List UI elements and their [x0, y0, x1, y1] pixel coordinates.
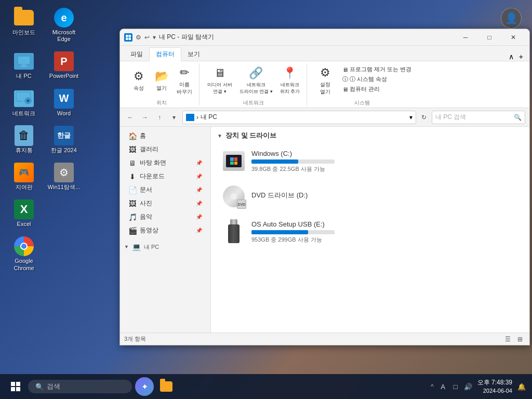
ribbon-expand-button[interactable]: +	[517, 52, 525, 61]
drive-item-e[interactable]: OS Auto Setup USB (E:) 953GB 중 299GB 사용 …	[217, 216, 523, 247]
ribbon-media-server-button[interactable]: 🖥 미디어 서버연결 ▾	[205, 63, 235, 98]
program-remove-text: 프로그램 제거 또는 변경	[350, 65, 411, 73]
keyboard-icon[interactable]: A	[439, 382, 447, 391]
d-drive-icon-container: DVD	[221, 184, 246, 209]
ribbon-network-drive-button[interactable]: 🔗 네트워크드라이브 연결 ▾	[237, 63, 275, 98]
sidebar-item-gallery[interactable]: 🖼 갤러리	[122, 143, 208, 156]
up-button[interactable]: ↑	[153, 111, 166, 124]
taskbar-clock[interactable]: 오후 7:48:39 2024-06-04	[477, 378, 512, 395]
sidebar-label-videos: 동영상	[140, 226, 158, 235]
desktop-icon-word[interactable]: W Word	[45, 86, 83, 119]
status-item-count: 3개 항목	[124, 335, 146, 343]
sidebar-item-desktop[interactable]: 🖥 바탕 화면 📌	[122, 156, 208, 169]
tab-view[interactable]: 보기	[181, 48, 206, 61]
search-icon: 🔍	[514, 114, 522, 121]
copilot-button[interactable]: ✦	[135, 377, 154, 396]
toolbar-dropdown-icon[interactable]: ▾	[153, 34, 156, 41]
desktop-icon-excel[interactable]: X Excel	[5, 197, 43, 230]
desktop-icon-chrome[interactable]: Google Chrome	[5, 234, 43, 273]
taskbar-arrow-up[interactable]: ^	[431, 383, 434, 390]
desktop-icon-network[interactable]: 네트워크	[5, 86, 43, 119]
sidebar-item-downloads[interactable]: ⬇ 다운로드 📌	[122, 170, 208, 183]
c-progress-container	[251, 159, 335, 164]
sidebar-section-mypc[interactable]: ▼ 💻 내 PC	[120, 242, 210, 252]
tab-computer[interactable]: 컴퓨터	[149, 47, 181, 61]
sidebar-item-videos[interactable]: 🎬 동영상 📌	[122, 224, 208, 237]
desktop-icon-maindboard[interactable]: 마인보드	[5, 5, 43, 45]
sidebar-item-documents[interactable]: 📄 문서 📌	[122, 183, 208, 196]
minimize-button[interactable]: ─	[454, 29, 477, 46]
drive-item-d[interactable]: DVD DVD 드라이브 (D:)	[217, 181, 523, 212]
refresh-button[interactable]: ↻	[418, 111, 430, 124]
tab-file[interactable]: 파일	[124, 48, 149, 61]
desktop-icon-recycle[interactable]: 🗑 휴지통	[5, 123, 43, 156]
sidebar-label-documents: 문서	[140, 185, 152, 194]
window-title: 내 PC - 파일 탐색기	[159, 33, 454, 42]
close-button[interactable]: ✕	[501, 29, 525, 46]
toolbar-properties-icon[interactable]: ⚙	[136, 34, 141, 41]
address-bar[interactable]: › 내 PC ▾	[182, 111, 416, 124]
back-button[interactable]: ←	[124, 111, 137, 124]
toolbar-undo-icon[interactable]: ↩	[144, 34, 150, 41]
taskbar-files-button[interactable]	[157, 377, 176, 396]
view-list-button[interactable]: ☰	[502, 334, 513, 344]
desktop-icon-hwp[interactable]: 한글 한글 2024	[45, 123, 83, 156]
hdd-icon-c	[223, 151, 245, 171]
downloads-pin-icon: 📌	[196, 174, 202, 179]
ribbon-settings-button[interactable]: ⚙ 설정열기	[312, 63, 338, 98]
taskbar-search-bar[interactable]: 🔍 검색	[28, 380, 132, 393]
drive-item-c[interactable]: Windows (C:) 39.8GB 중 22.5GB 사용 가능	[217, 145, 523, 177]
ribbon-network-buttons: 🖥 미디어 서버연결 ▾ 🔗 네트워크드라이브 연결 ▾ 📍 네트워크위치 추가	[205, 63, 302, 98]
title-bar-left: ⚙ ↩ ▾ 내 PC - 파일 탐색기	[124, 33, 454, 42]
desktop-icon-edge[interactable]: e Microsoft Edge	[45, 5, 83, 45]
desktop-icon-jieofan[interactable]: 🎮 지여판	[5, 160, 43, 193]
ribbon-open-button[interactable]: 📂 열기	[151, 63, 172, 98]
hwp-icon: 한글	[54, 126, 74, 145]
win-tile-3	[230, 162, 234, 165]
desktop-pin-icon: 📌	[196, 160, 202, 166]
sidebar-item-music[interactable]: 🎵 음악 📌	[122, 210, 208, 223]
recent-button[interactable]: ▾	[168, 111, 180, 124]
ribbon-settings-label: 설정열기	[320, 81, 330, 96]
desktop-icon-area: 마인보드 e Microsoft Edge 내 PC	[5, 5, 83, 274]
maximize-button[interactable]: □	[477, 29, 501, 46]
ribbon-system-buttons: ⚙ 설정열기 🖥 프로그램 제거 또는 변경 ⓘ ⓘ 시스템 속성	[312, 63, 411, 98]
ribbon-properties-button[interactable]: ⚙ 속성	[128, 63, 149, 98]
ribbon-network-location-button[interactable]: 📍 네트워크위치 추가	[277, 63, 303, 98]
forward-button[interactable]: →	[139, 111, 151, 124]
ribbon-group-title-system: 시스템	[312, 98, 411, 107]
e-drive-name: OS Auto Setup USB (E:)	[251, 220, 519, 228]
recycle-icon: 🗑	[15, 125, 33, 146]
svg-rect-8	[126, 35, 128, 37]
dvd-icon: DVD	[222, 185, 245, 208]
usb-body	[228, 224, 240, 243]
mypc-collapse-arrow: ▼	[124, 244, 129, 249]
desktop-icon-powerpoint[interactable]: P PowerPoint	[45, 49, 83, 82]
desktop-icon-mypc[interactable]: 내 PC	[5, 49, 43, 82]
title-bar: ⚙ ↩ ▾ 내 PC - 파일 탐색기 ─ □ ✕	[120, 29, 529, 46]
sidebar-item-home[interactable]: 🏠 홈	[122, 129, 208, 142]
documents-icon: 📄	[128, 186, 137, 194]
ribbon-collapse-button[interactable]: ∧	[507, 52, 516, 61]
ribbon-system-properties[interactable]: ⓘ ⓘ 시스템 속성	[342, 75, 411, 83]
section-header-devices[interactable]: ▼ 장치 및 드라이브	[217, 131, 523, 140]
pc-icon	[14, 53, 34, 70]
search-bar[interactable]: 내 PC 검색 🔍	[432, 111, 525, 124]
ribbon-rename-button[interactable]: ✏ 이름바꾸기	[174, 63, 195, 98]
volume-icon[interactable]: 🔊	[464, 382, 472, 391]
ribbon-computer-management[interactable]: 🖥 컴퓨터 관리	[342, 85, 411, 93]
user-icon[interactable]: 👤	[501, 8, 522, 29]
sidebar-item-pictures[interactable]: 🖼 사진 📌	[122, 197, 208, 210]
e-progress-container	[251, 230, 335, 234]
start-button[interactable]	[6, 377, 25, 396]
notification-icon[interactable]: 🔔	[517, 382, 526, 391]
c-progress-bar	[251, 159, 298, 164]
desktop-icon-win11[interactable]: ⚙ Win11탐색...	[45, 160, 83, 193]
sidebar: 🏠 홈 🖼 갤러리 🖥 바탕 화면 📌 ⬇ 다운로드 📌 📄 문서 📌	[120, 127, 211, 332]
rename-icon: ✏	[180, 66, 189, 79]
display-icon[interactable]: □	[451, 382, 460, 391]
view-grid-button[interactable]: ⊞	[515, 334, 525, 344]
downloads-icon: ⬇	[128, 172, 137, 181]
ribbon-program-remove[interactable]: 🖥 프로그램 제거 또는 변경	[342, 65, 411, 73]
sidebar-label-pictures: 사진	[140, 199, 152, 208]
